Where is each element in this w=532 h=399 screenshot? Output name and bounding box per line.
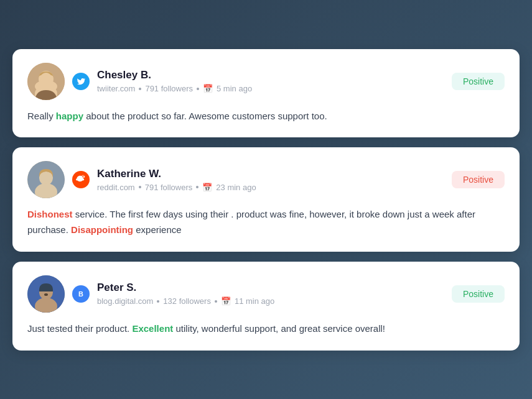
sentiment-badge[interactable]: Positive (452, 73, 505, 90)
followers-count: 132 followers (163, 296, 211, 306)
platform-icon-twitter (72, 73, 90, 90)
svg-point-16 (44, 293, 48, 296)
card-body: Dishonest service. The first few days us… (27, 207, 505, 238)
card-header-left: Katherine W. reddit.com 791 followers 📅 … (27, 161, 256, 198)
platform-icon-reddit (72, 171, 90, 188)
highlight-green: Excellent (132, 323, 173, 334)
card-body: Really happy about the product so far. A… (27, 109, 505, 124)
message-text: Just tested their product. (27, 323, 132, 334)
message-text: utility, wonderful support, and great se… (173, 323, 385, 334)
platform-icon-blog: B (72, 285, 90, 303)
followers-count: 791 followers (145, 84, 193, 93)
time-ago: 5 min ago (217, 84, 252, 93)
card-body: Just tested their product. Excellent uti… (27, 321, 505, 337)
separator-dot-2 (197, 88, 199, 90)
user-name: Chesley B. (97, 69, 252, 81)
card-header: Chesley B. twiiter.com 791 followers 📅 5… (27, 63, 505, 100)
highlight-green: happy (56, 111, 83, 121)
separator-dot-2 (196, 186, 198, 188)
card-header: Katherine W. reddit.com 791 followers 📅 … (27, 161, 505, 198)
calendar-icon: 📅 (221, 296, 231, 306)
user-name: Katherine W. (97, 168, 256, 180)
platform-domain: twiiter.com (97, 84, 135, 93)
message-text: about the product so far. Awesome custom… (83, 111, 327, 121)
card-header-left: B Peter S. blog.digital.com 132 follower… (27, 275, 274, 313)
separator-dot-2 (215, 300, 217, 303)
svg-line-11 (82, 176, 83, 177)
separator-dot (139, 186, 141, 188)
calendar-icon: 📅 (203, 84, 213, 93)
card-header-left: Chesley B. twiiter.com 791 followers 📅 5… (27, 63, 252, 100)
sentiment-badge[interactable]: Positive (452, 285, 505, 303)
user-info: Katherine W. reddit.com 791 followers 📅 … (97, 168, 256, 192)
message-text: experience (133, 224, 182, 235)
card-chesley: Chesley B. twiiter.com 791 followers 📅 5… (12, 49, 520, 138)
svg-text:B: B (78, 290, 83, 298)
user-meta: blog.digital.com 132 followers 📅 11 min … (97, 296, 274, 306)
followers-count: 791 followers (145, 183, 193, 192)
card-katherine: Katherine W. reddit.com 791 followers 📅 … (12, 147, 520, 252)
card-header: B Peter S. blog.digital.com 132 follower… (27, 275, 505, 313)
avatar (27, 275, 65, 313)
time-ago: 23 min ago (216, 183, 256, 192)
svg-rect-15 (39, 289, 53, 291)
avatar (27, 161, 65, 198)
user-name: Peter S. (97, 282, 274, 294)
user-info: Chesley B. twiiter.com 791 followers 📅 5… (97, 69, 252, 93)
separator-dot (139, 88, 141, 90)
sentiment-badge[interactable]: Positive (452, 171, 505, 188)
separator-dot (157, 300, 159, 303)
user-info: Peter S. blog.digital.com 132 followers … (97, 282, 274, 306)
highlight-red: Disappointing (71, 224, 133, 235)
user-meta: twiiter.com 791 followers 📅 5 min ago (97, 84, 252, 93)
time-ago: 11 min ago (235, 296, 274, 306)
highlight-red: Dishonest (27, 209, 73, 219)
card-peter: B Peter S. blog.digital.com 132 follower… (12, 262, 520, 351)
calendar-icon: 📅 (202, 183, 212, 192)
avatar (27, 63, 65, 100)
user-meta: reddit.com 791 followers 📅 23 min ago (97, 183, 256, 192)
message-text: Really (27, 111, 56, 121)
platform-domain: blog.digital.com (97, 296, 153, 306)
platform-domain: reddit.com (97, 183, 135, 192)
